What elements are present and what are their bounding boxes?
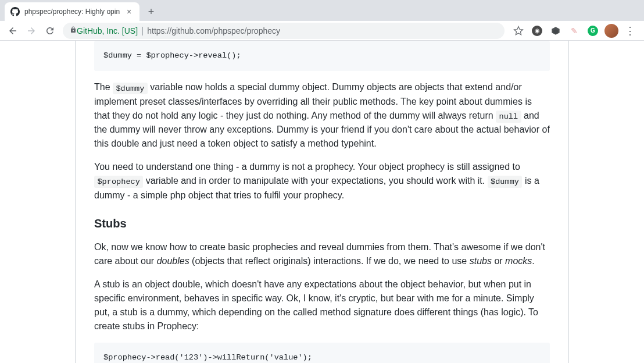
tab-close-icon[interactable]: × <box>124 7 134 16</box>
github-favicon <box>10 7 20 16</box>
address-bar[interactable]: GitHub, Inc. [US] | https://github.com/p… <box>63 23 505 39</box>
code-text: $dummy = $prophecy->reveal(); <box>103 51 241 60</box>
heading-stubs: Stubs <box>94 216 550 231</box>
em-mocks: mocks <box>505 256 532 266</box>
em-doubles: doubles <box>157 256 189 266</box>
back-button[interactable] <box>5 23 21 39</box>
browser-toolbar: GitHub, Inc. [US] | https://github.com/p… <box>0 21 644 41</box>
code-text: $prophecy->read('123')->willReturn('valu… <box>103 353 312 362</box>
browser-tab[interactable]: phpspec/prophecy: Highly opin × <box>5 2 139 21</box>
url-divider: | <box>141 26 144 36</box>
inline-code-dummy2: $dummy <box>488 176 523 187</box>
readme-container: $dummy = $prophecy->reveal(); The $dummy… <box>75 41 569 363</box>
code-block-willreturn: $prophecy->read('123')->willReturn('valu… <box>94 343 550 363</box>
extension-icon-3[interactable]: ✎ <box>567 24 581 38</box>
new-tab-button[interactable]: + <box>143 3 159 20</box>
forward-button[interactable] <box>23 23 40 39</box>
paragraph-stubs-intro: Ok, now we know how to create basic prop… <box>94 240 550 268</box>
page-content: $dummy = $prophecy->reveal(); The $dummy… <box>0 41 644 363</box>
extension-icon-2[interactable] <box>549 24 563 38</box>
star-icon[interactable] <box>511 24 525 38</box>
inline-code-prophecy: $prophecy <box>94 176 143 187</box>
extension-icon-4[interactable]: G <box>586 24 600 38</box>
paragraph-prophecy-note: You need to understand one thing - a dum… <box>94 160 550 202</box>
toolbar-actions: ◉ ✎ G ⋮ <box>509 24 639 38</box>
paragraph-dummy-explanation: The $dummy variable now holds a special … <box>94 80 550 151</box>
profile-avatar[interactable] <box>604 24 618 38</box>
extension-icon-1[interactable]: ◉ <box>530 24 544 38</box>
code-block-reveal: $dummy = $prophecy->reveal(); <box>94 41 550 71</box>
em-stubs: stubs <box>470 256 492 266</box>
lock-icon <box>70 26 77 35</box>
inline-code-dummy: $dummy <box>113 83 148 94</box>
paragraph-stub-explanation: A stub is an object double, which doesn'… <box>94 277 550 333</box>
tab-title: phpspec/prophecy: Highly opin <box>24 8 120 16</box>
inline-code-null: null <box>496 111 521 122</box>
browser-tab-strip: phpspec/prophecy: Highly opin × + <box>0 0 644 21</box>
url-text: https://github.com/phpspec/prophecy <box>147 26 280 35</box>
reload-button[interactable] <box>42 23 58 39</box>
url-organization: GitHub, Inc. [US] <box>77 26 138 35</box>
browser-menu-icon[interactable]: ⋮ <box>623 24 637 38</box>
